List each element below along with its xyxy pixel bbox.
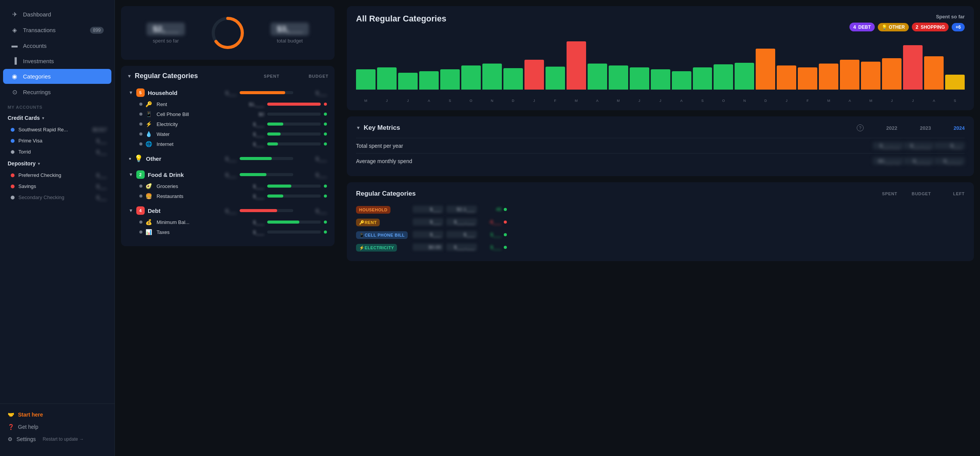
group-header-debt[interactable]: ▼ 4 Debt $___ $___ <box>127 204 328 217</box>
table-row[interactable]: 🔑RENT $___ $___,___ -$___ <box>356 216 965 228</box>
sub-item[interactable]: 🌐 Internet $___ <box>127 139 328 149</box>
chart-bar-group[interactable] <box>377 67 397 90</box>
sidebar-item-accounts[interactable]: ▬ Accounts <box>3 38 111 53</box>
table-row[interactable]: 📱CELL PHONE BILL $___ $___ $___ <box>356 228 965 241</box>
chart-bar-group[interactable] <box>461 65 481 90</box>
sub-item[interactable]: ⚡ Electricity $___ <box>127 119 328 129</box>
budget-ring <box>211 16 245 50</box>
chart-bar-group[interactable] <box>840 60 859 90</box>
content-area: $2,___ spent so far $3,___ total budget <box>115 0 980 456</box>
sub-item[interactable]: 🍔 Restaurants $___ <box>127 191 328 201</box>
chart-bar-group[interactable] <box>651 69 670 90</box>
account-balance: $___ <box>96 195 107 200</box>
x-label: A <box>840 99 859 103</box>
chart-bar-group[interactable] <box>756 49 775 90</box>
group-header-household[interactable]: ▼ 5 Household $___ $___ <box>127 86 328 99</box>
chart-bar-group[interactable] <box>945 75 965 90</box>
sidebar-item-investments[interactable]: ▐ Investments <box>3 54 111 68</box>
metrics-info-icon[interactable]: ? <box>857 124 864 131</box>
bar-col <box>377 67 397 90</box>
table-row[interactable]: ⚡ELECTRICITY $0.00 $___,___ $___ <box>356 241 965 253</box>
chart-bar-group[interactable] <box>903 45 923 90</box>
categories-section: ▼ Regular Categories SPENT BUDGET ▼ 5 Ho… <box>121 66 335 246</box>
chart-bar-group[interactable] <box>882 58 902 90</box>
chart-bar-group[interactable] <box>524 60 544 90</box>
chart-bar-group[interactable] <box>440 69 460 90</box>
sidebar-item-transactions[interactable]: ◈ Transactions 899 <box>3 23 111 38</box>
chart-bar-group[interactable] <box>567 41 586 90</box>
chart-bar-group[interactable] <box>419 71 439 90</box>
table-spent-val: $0.00 <box>413 244 443 251</box>
group-header-other[interactable]: ● 💡 Other $___ $___ <box>127 152 328 165</box>
bar-col <box>882 58 902 90</box>
chip-+6[interactable]: +6 <box>952 23 965 31</box>
chart-bar-group[interactable] <box>798 67 817 90</box>
chart-bar-group[interactable] <box>630 67 649 90</box>
table-spent-val: $___ <box>413 206 443 213</box>
chart-bar-group[interactable] <box>735 63 754 90</box>
start-here-item[interactable]: 🤝 Start here <box>0 409 114 421</box>
chip-shopping[interactable]: 2SHOPPING <box>912 23 949 31</box>
x-label: O <box>714 99 733 103</box>
table-row[interactable]: HOUSEHOLD $___ $2,1___ 46 <box>356 203 965 216</box>
chart-bar-group[interactable] <box>546 67 565 90</box>
sub-item[interactable]: 🥑 Groceries $___ <box>127 181 328 191</box>
chart-title: All Regular Categories <box>356 14 446 24</box>
chart-bar-group[interactable] <box>861 62 880 90</box>
credit-card-account-item[interactable]: Prime Visa $___ <box>0 135 114 146</box>
sub-item[interactable]: 📱 Cell Phone Bill $0 <box>127 109 328 119</box>
group-spent: $___ <box>206 208 237 214</box>
chart-bar-group[interactable] <box>588 64 607 90</box>
chart-bar-group[interactable] <box>398 73 418 90</box>
chart-header: All Regular Categories Spent so far 4DEB… <box>356 14 965 31</box>
sub-item[interactable]: 🔑 Rent $1,___ <box>127 99 328 109</box>
sidebar-item-categories[interactable]: ◉ Categories <box>3 69 111 84</box>
chart-bar-group[interactable] <box>714 64 733 90</box>
sidebar-item-recurrings[interactable]: ⊙ Recurrings <box>3 85 111 100</box>
right-panel: All Regular Categories Spent so far 4DEB… <box>341 0 980 456</box>
sub-item[interactable]: 💧 Water $___ <box>127 129 328 139</box>
chip-debt[interactable]: 4DEBT <box>849 23 875 31</box>
credit-card-account-item[interactable]: Torrid $___ <box>0 146 114 157</box>
chart-bar-group[interactable] <box>819 64 838 90</box>
chart-bars <box>356 38 965 99</box>
sub-emoji: 📱 <box>145 111 152 117</box>
restart-label[interactable]: Restart to update → <box>43 436 84 442</box>
chart-bar-group[interactable] <box>777 65 796 90</box>
chart-bar-group[interactable] <box>693 67 712 90</box>
depository-chevron: ▾ <box>38 162 40 166</box>
sub-item[interactable]: 💰 Minimum Bal... $___ <box>127 217 328 227</box>
sub-dot <box>139 221 142 224</box>
chart-bar-group[interactable] <box>924 56 944 90</box>
sub-item[interactable]: 📊 Taxes $___ <box>127 227 328 237</box>
chart-bar-group[interactable] <box>609 65 628 90</box>
get-help-item[interactable]: ❓ Get help <box>0 421 114 433</box>
sub-emoji: 🌐 <box>145 141 152 147</box>
x-label: N <box>482 99 502 103</box>
chart-bar-group[interactable] <box>482 64 502 90</box>
depository-account-item[interactable]: Secondary Checking $___ <box>0 192 114 203</box>
group-header-food_drink[interactable]: ▼ 2 Food & Drink $___ $___ <box>127 168 328 181</box>
credit-cards-group[interactable]: Credit Cards ▾ <box>0 112 114 124</box>
credit-card-account-item[interactable]: Southwest Rapid Re... $3,517 <box>0 124 114 135</box>
sidebar: ✈ Dashboard ◈ Transactions 899 ▬ Account… <box>0 0 115 456</box>
sub-bar <box>267 113 321 116</box>
group-spent: $___ <box>206 156 237 162</box>
group-emoji: 💡 <box>134 154 143 163</box>
bar-col <box>524 60 544 90</box>
group-budget: $___ <box>296 172 327 178</box>
account-name: Secondary Checking <box>18 194 64 200</box>
depository-account-item[interactable]: Savings $___ <box>0 181 114 192</box>
settings-item[interactable]: ⚙ Settings Restart to update → <box>0 433 114 445</box>
chart-bar-group[interactable] <box>503 68 523 90</box>
table-budget-val: $___,___ <box>446 244 477 251</box>
chart-bar-group[interactable] <box>672 71 691 90</box>
table-budget-val: $2,1___ <box>446 206 477 213</box>
chart-bar-group[interactable] <box>356 69 376 90</box>
depository-group[interactable]: Depository ▾ <box>0 157 114 170</box>
chip-other[interactable]: 💡OTHER <box>878 23 909 31</box>
group-budget: $___ <box>296 208 327 214</box>
depository-account-item[interactable]: Preferred Checking $___ <box>0 170 114 181</box>
chart-badges: 4DEBT💡OTHER2SHOPPING+6 <box>849 23 965 31</box>
sidebar-item-dashboard[interactable]: ✈ Dashboard <box>3 7 111 22</box>
